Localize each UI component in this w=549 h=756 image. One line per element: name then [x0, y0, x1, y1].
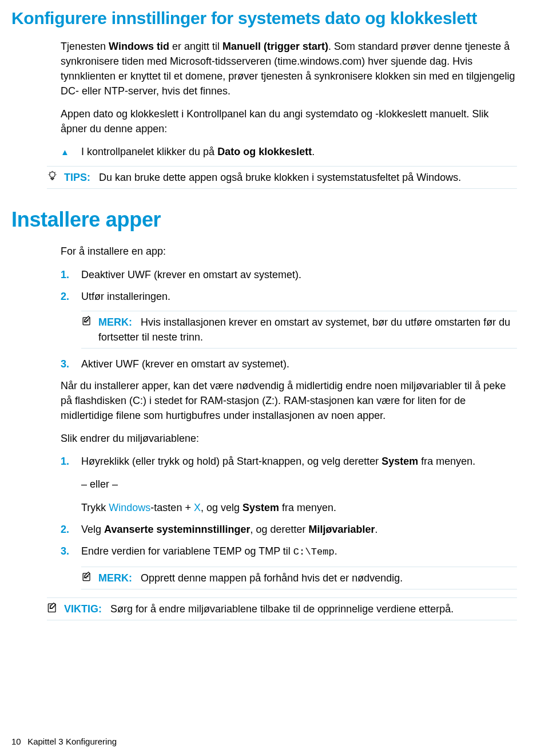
text: Miljøvariabler: [309, 524, 375, 535]
important-icon: [47, 601, 58, 616]
callout-tips: TIPS: Du kan bruke dette appen også bruk…: [47, 166, 517, 189]
text: I kontrollpanelet klikker du på: [81, 146, 217, 157]
callout-body: TIPS: Du kan bruke dette appen også bruk…: [64, 170, 517, 185]
paragraph-env: Når du installerer apper, kan det være n…: [61, 378, 517, 423]
text: Windows tid: [109, 41, 169, 52]
paragraph-app: Appen dato og klokkeslett i Kontrollpane…: [61, 106, 517, 136]
list-number: 2.: [61, 522, 81, 537]
text: .: [335, 545, 337, 557]
page-footer: 10 Kapittel 3 Konfigurering: [11, 735, 117, 748]
page-number: 10: [11, 735, 25, 748]
text: Dato og klokkeslett: [217, 146, 312, 157]
list-number: 3.: [61, 544, 81, 559]
callout-merk: MERK: Opprett denne mappen på forhånd hv…: [81, 567, 517, 589]
chapter-title: Kapittel 3 Konfigurering: [27, 737, 117, 746]
text: .: [375, 524, 378, 535]
text: , og deretter: [250, 524, 308, 535]
callout-body: VIKTIG: Sørg for å endre miljøvariablene…: [64, 601, 517, 616]
text: Aktiver UWF (krever en omstart av system…: [81, 357, 289, 371]
list-item: 2. Velg Avanserte systeminnstillinger, o…: [61, 522, 517, 537]
text: er angitt til: [169, 41, 222, 52]
text-or: – eller –: [81, 477, 475, 492]
heading-datetime: Konfigurere innstillinger for systemets …: [11, 6, 517, 31]
text: Endre verdien for variablene TEMP og TMP…: [81, 545, 293, 557]
paragraph-envchange: Slik endrer du miljøvariablene:: [61, 431, 517, 446]
code-path: C:\Temp: [293, 547, 335, 557]
text: fra menyen.: [418, 456, 475, 467]
callout-body: MERK: Hvis installasjonen krever en omst…: [98, 315, 517, 345]
paragraph-intro: Tjenesten Windows tid er angitt til Manu…: [61, 39, 517, 98]
text: Hvis installasjonen krever en omstart av…: [98, 316, 510, 343]
label-merk: MERK:: [98, 572, 132, 584]
label-merk: MERK:: [98, 316, 132, 328]
list-item: 3. Endre verdien for variablene TEMP og …: [61, 544, 517, 560]
key-windows: Windows: [109, 502, 150, 513]
list-item: 2. Utfør installeringen.: [61, 289, 517, 304]
lightbulb-icon: [47, 170, 58, 184]
list-number: 1.: [61, 454, 81, 469]
list-number: 1.: [61, 267, 81, 282]
note-icon: [81, 315, 93, 329]
text: Opprett denne mappen på forhånd hvis det…: [141, 572, 403, 584]
callout-merk: MERK: Hvis installasjonen krever en omst…: [81, 311, 517, 349]
paragraph-install: For å installere en app:: [61, 244, 517, 259]
list-number: 3.: [61, 357, 81, 371]
callout-body: MERK: Opprett denne mappen på forhånd hv…: [98, 571, 517, 585]
callout-viktig: VIKTIG: Sørg for å endre miljøvariablene…: [47, 597, 517, 620]
text: System: [381, 456, 418, 467]
bullet-text: I kontrollpanelet klikker du på Dato og …: [81, 144, 315, 159]
label-viktig: VIKTIG:: [64, 603, 102, 615]
text: Avanserte systeminnstillinger: [104, 524, 250, 535]
key-x: X: [194, 502, 201, 513]
list-item: 1. Høyreklikk (eller trykk og hold) på S…: [61, 454, 517, 514]
svg-point-0: [50, 172, 55, 178]
text: Deaktiver UWF (krever en omstart av syst…: [81, 267, 301, 282]
note-icon: [81, 571, 93, 585]
text: System: [242, 502, 279, 513]
text: fra menyen.: [279, 502, 336, 513]
text: Endre verdien for variablene TEMP og TMP…: [81, 544, 337, 560]
text: Trykk: [81, 502, 109, 513]
text: Tjenesten: [61, 41, 109, 52]
text: .: [312, 146, 315, 157]
text: Trykk Windows-tasten + X, og velg System…: [81, 500, 475, 515]
bullet-item: ▲ I kontrollpanelet klikker du på Dato o…: [61, 144, 517, 159]
triangle-icon: ▲: [61, 144, 81, 159]
text: Utfør installeringen.: [81, 289, 170, 304]
list-item: 3. Aktiver UWF (krever en omstart av sys…: [61, 357, 517, 371]
text: Du kan bruke dette appen også bruke klok…: [99, 172, 461, 183]
text: Velg Avanserte systeminnstillinger, og d…: [81, 522, 378, 537]
text: -tasten +: [150, 502, 194, 513]
text: Velg: [81, 524, 104, 535]
text: , og velg: [201, 502, 242, 513]
text: Sørg for å endre miljøvariablene tilbake…: [110, 603, 453, 615]
text: Høyreklikk (eller trykk og hold) på Star…: [81, 456, 381, 467]
label-tips: TIPS:: [64, 172, 90, 183]
heading-install: Installere apper: [11, 205, 517, 235]
text: Høyreklikk (eller trykk og hold) på Star…: [81, 454, 475, 469]
text: Manuell (trigger start): [222, 41, 328, 52]
list-item: 1. Deaktiver UWF (krever en omstart av s…: [61, 267, 517, 282]
list-number: 2.: [61, 289, 81, 304]
